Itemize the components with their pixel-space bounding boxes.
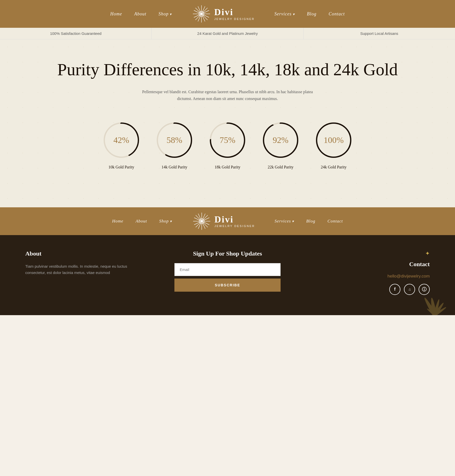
circle-inner: 92% — [264, 124, 297, 157]
subscribe-button[interactable]: Subscribe — [174, 279, 281, 292]
circle-label: 14k Gold Parity — [162, 165, 187, 169]
circle-inner: 42% — [105, 124, 138, 157]
logo[interactable]: Divi Jewelry Designer — [191, 4, 255, 24]
footer-signup-col: Sign Up For Shop Updates Subscribe — [159, 250, 296, 295]
promo-banner: 100% Satisfaction Guaranteed 24 Karat Go… — [0, 28, 455, 39]
circle-chart: 92% — [260, 120, 301, 160]
facebook-icon[interactable]: f — [389, 284, 400, 295]
circle-label: 10k Gold Parity — [108, 165, 134, 169]
nav-about[interactable]: About — [134, 11, 146, 17]
circle-percentage: 58% — [167, 135, 182, 145]
banner-item-1: 100% Satisfaction Guaranteed — [0, 28, 152, 39]
footer-nav-shop[interactable]: Shop — [159, 219, 172, 224]
nav-blog[interactable]: Blog — [307, 11, 316, 17]
circle-item-18k-gold-parity: 75% 18k Gold Parity — [207, 120, 248, 169]
circle-percentage: 92% — [273, 135, 288, 145]
circle-percentage: 75% — [220, 135, 235, 145]
footer-logo-divi: Divi — [214, 215, 255, 225]
footer-about-col: About Tiam pulvinar vestibulum mollis. I… — [25, 250, 139, 295]
nav-contact[interactable]: Contact — [329, 11, 345, 17]
header: Home About Shop Divi Jewelry Des — [0, 0, 455, 28]
logo-star-icon — [191, 4, 212, 24]
footer-nav-contact[interactable]: Contact — [328, 219, 343, 224]
circle-item-22k-gold-parity: 92% 22k Gold Parity — [260, 120, 301, 169]
circle-inner: 58% — [158, 124, 191, 157]
circle-inner: 75% — [211, 124, 244, 157]
logo-sub-text: Jewelry Designer — [214, 17, 255, 20]
footer-signup-title: Sign Up For Shop Updates — [159, 250, 296, 257]
footer-nav-home[interactable]: Home — [112, 219, 124, 224]
footer-nav-about[interactable]: About — [135, 219, 147, 224]
circle-chart: 58% — [154, 120, 195, 160]
nav-home[interactable]: Home — [110, 11, 122, 17]
circles-row: 42% 10k Gold Parity 58% 14k Gold Parity — [5, 120, 450, 169]
circle-item-14k-gold-parity: 58% 14k Gold Parity — [154, 120, 195, 169]
circle-label: 24k Gold Parity — [321, 165, 347, 169]
circle-percentage: 100% — [324, 135, 344, 145]
circle-item-24k-gold-parity: 100% 24k Gold Parity — [313, 120, 354, 169]
circle-chart: 42% — [101, 120, 142, 160]
nav-services[interactable]: Services — [275, 11, 295, 17]
footer-nav-blog[interactable]: Blog — [306, 219, 315, 224]
banner-item-3: Support Local Artisans — [304, 28, 455, 39]
footer-bottom: About Tiam pulvinar vestibulum mollis. I… — [0, 235, 455, 315]
diamond-icon: ✦ — [316, 250, 430, 257]
email-field[interactable] — [174, 263, 281, 276]
footer-about-text: Tiam pulvinar vestibulum mollis. In mole… — [25, 263, 139, 276]
circle-label: 22k Gold Parity — [268, 165, 293, 169]
footer-logo-sub: Jewelry Designer — [214, 224, 255, 228]
footer-logo-star-icon — [192, 211, 212, 231]
footer-about-title: About — [25, 250, 139, 257]
logo-text: Divi Jewelry Designer — [214, 7, 255, 20]
footer-nav: Home About Shop Divi Jewelry Designer Se… — [0, 207, 455, 235]
footer-nav-services[interactable]: Services — [275, 219, 294, 224]
main-nav: Home About Shop Divi Jewelry Des — [110, 4, 345, 24]
footer-logo[interactable]: Divi Jewelry Designer — [192, 211, 255, 231]
circle-percentage: 42% — [113, 135, 129, 145]
main-section: Purity Differences in 10k, 14k, 18k and … — [0, 39, 455, 207]
footer-logo-text: Divi Jewelry Designer — [214, 215, 255, 228]
banner-item-2: 24 Karat Gold and Platinum Jewelry — [152, 28, 303, 39]
palm-decoration-icon — [410, 270, 455, 315]
footer-contact-title: Contact — [316, 261, 430, 268]
nav-shop[interactable]: Shop — [158, 11, 172, 17]
circle-label: 18k Gold Parity — [215, 165, 240, 169]
page-description: Pellentesque vel blandit est. Curabitur … — [136, 88, 318, 102]
circle-chart: 75% — [207, 120, 248, 160]
circle-chart: 100% — [313, 120, 354, 160]
circle-inner: 100% — [317, 124, 350, 157]
circle-item-10k-gold-parity: 42% 10k Gold Parity — [101, 120, 142, 169]
logo-divi-text: Divi — [214, 7, 255, 17]
page-title: Purity Differences in 10k, 14k, 18k and … — [5, 60, 450, 79]
